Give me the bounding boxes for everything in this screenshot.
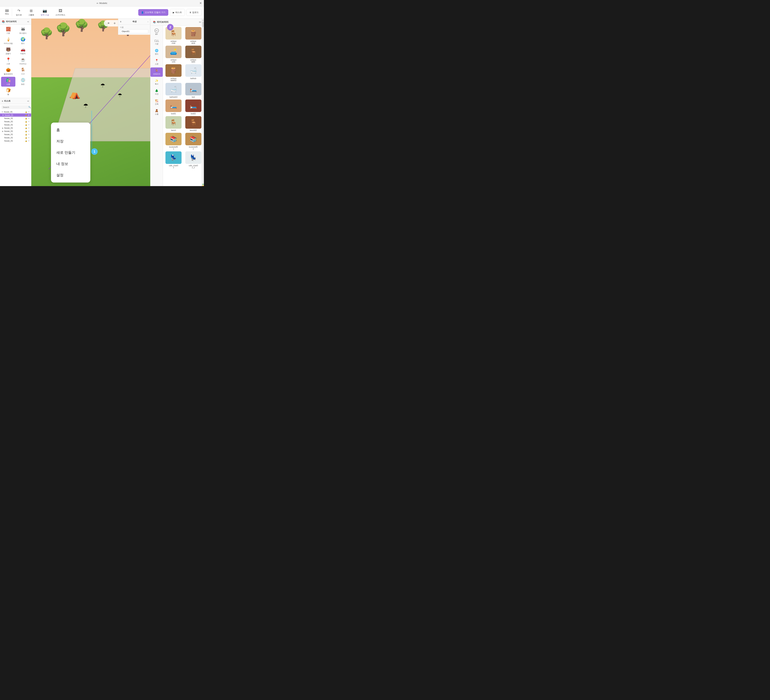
eye-icon-3[interactable]: 👁: [28, 117, 30, 119]
props-name-value[interactable]: Object01: [120, 29, 148, 33]
area-snap-button[interactable]: 📷 영역 스냅: [38, 8, 52, 17]
forward-button[interactable]: ↷ 앞으로: [13, 8, 24, 17]
lib-right-collapse[interactable]: ≫: [199, 21, 201, 23]
lib-cat-spawn[interactable]: 📍 스폰: [150, 57, 163, 67]
lib-cat-basic[interactable]: ◻△ 기본: [150, 37, 163, 47]
lock-icon-3[interactable]: 🔒: [25, 117, 27, 119]
scroll-thumb[interactable]: [202, 22, 204, 27]
lib-cat-special[interactable]: ✨ 특수: [150, 78, 163, 87]
lib-item-antique-table[interactable]: 🪑 antiquetable: [184, 45, 203, 63]
search-input[interactable]: [3, 106, 28, 108]
right-scrollbar[interactable]: ▲: [202, 19, 204, 186]
category-launcher[interactable]: 🦝 랫서팬더: [16, 26, 30, 36]
lib-cat-nature[interactable]: 🌲 자연: [150, 88, 163, 97]
lock-icon[interactable]: 🔒: [25, 111, 27, 113]
list-item[interactable]: house_01 🔒 👁: [0, 139, 31, 143]
lib-cat-souvenir2[interactable]: 🧸 소품: [150, 107, 163, 117]
list-item[interactable]: house_01 🔒 👁: [0, 120, 31, 123]
tree-item-root[interactable]: ▼ house_01 🔒 👁: [0, 110, 31, 113]
vp-move-button[interactable]: ✛: [112, 21, 117, 26]
lib-item-cafe-chair02[interactable]: 💺 cafe_chair02: [164, 151, 183, 169]
eye-icon-6[interactable]: 👁: [28, 127, 30, 129]
eye-icon-10[interactable]: 👁: [28, 140, 30, 142]
category-bear[interactable]: 🐻 곰돌이: [1, 46, 15, 56]
lock-icon-10[interactable]: 🔒: [25, 140, 27, 142]
list-item[interactable]: ▶ house_01 🔒 👁: [0, 126, 31, 130]
test-button[interactable]: ▶ 테스트: [170, 9, 185, 16]
tree-1: 🌳: [40, 27, 53, 40]
menu-item-save[interactable]: 저장: [51, 136, 90, 147]
lib-item-antique-desk[interactable]: 🪵 antiquedesk: [184, 27, 203, 44]
category-bread[interactable]: 🍞 빵: [1, 87, 15, 97]
category-furniture[interactable]: 🪑 가구: [16, 66, 30, 76]
lib-cat-land[interactable]: 🌐 랜드: [150, 47, 163, 57]
eye-icon-2[interactable]: 👁: [28, 114, 30, 116]
lib-item-antique-chair[interactable]: 🪑 antiquechair: [164, 27, 183, 44]
menu-item-new[interactable]: 새로 만들기: [51, 147, 90, 158]
my-icon: MY: [155, 28, 159, 33]
tree-item-selected[interactable]: ▼ house_01 🔒 👁: [0, 113, 31, 117]
lock-icon-9[interactable]: 🔒: [25, 137, 27, 139]
list-item[interactable]: house_01 🔒 👁: [0, 123, 31, 126]
category-coffee[interactable]: ☕ 커피머신: [16, 57, 30, 66]
vp-eye-button[interactable]: 👁: [106, 21, 111, 26]
eye-icon-5[interactable]: 👁: [28, 124, 30, 126]
category-land[interactable]: 🌍 랜드: [16, 36, 30, 46]
create-object-button[interactable]: 👤 오브젝트 만들러 가기: [138, 9, 168, 16]
menu-item-home[interactable]: 홈: [51, 124, 90, 136]
lib-right-title: 라이브러리: [157, 20, 168, 24]
category-halloween[interactable]: 🎃 할로윈호박: [1, 66, 15, 76]
hamburger-line-2: [5, 11, 9, 11]
group-button[interactable]: ⊞ 그룹화: [26, 8, 37, 17]
lib-cat-interior[interactable]: 🪑 인테리어: [150, 68, 163, 77]
menu-button[interactable]: 메뉴: [2, 8, 12, 16]
list-item[interactable]: house_01 🔒 👁: [0, 136, 31, 139]
library-collapse-btn[interactable]: ≪: [27, 20, 29, 23]
lib-item-bed01[interactable]: 🛏️ bed01: [164, 99, 183, 115]
menu-item-settings[interactable]: 설정: [51, 169, 90, 181]
eye-icon[interactable]: 👁: [28, 111, 30, 113]
category-spawn[interactable]: 📍 스폰: [1, 57, 15, 66]
upload-button[interactable]: ⬆ 업로드: [186, 9, 202, 16]
lib-item-bed02[interactable]: 🛏️ bed02: [184, 99, 203, 115]
lib-item-bookshelf02[interactable]: 📚 bookshelf02: [184, 133, 203, 150]
lib-item-bed[interactable]: 🛏️ bed: [184, 83, 203, 98]
lock-icon-4[interactable]: 🔒: [25, 121, 27, 123]
list-item[interactable]: house_01 🔒 👁: [0, 133, 31, 136]
skybox-button[interactable]: 🖼 스카이박스: [53, 8, 68, 17]
lib-cat-my[interactable]: MY MY: [150, 27, 163, 37]
lock-icon-8[interactable]: 🔒: [25, 133, 27, 136]
lib-item-bathtub02[interactable]: 🛁 bathtub02: [164, 83, 183, 98]
lock-icon-2[interactable]: 🔒: [25, 114, 27, 116]
close-button[interactable]: ✕: [199, 2, 202, 5]
lib-item-cafe-chair02-2[interactable]: 💺 cafe_chair02_2: [184, 151, 203, 169]
category-souvenir[interactable]: 🛍️ 소품: [1, 77, 15, 87]
list-item[interactable]: house_01 🔒 👁: [0, 117, 31, 120]
eye-icon-4[interactable]: 👁: [28, 121, 30, 123]
lib-item-bench[interactable]: 🪑 bench: [164, 116, 183, 131]
lock-icon-5[interactable]: 🔒: [25, 124, 27, 126]
lock-icon-6[interactable]: 🔒: [25, 127, 27, 129]
menu-item-profile[interactable]: 내 정보: [51, 158, 90, 169]
lib-cat-architecture[interactable]: 🏗️ 건축: [150, 97, 163, 107]
eye-icon-9[interactable]: 👁: [28, 137, 30, 139]
category-car[interactable]: 🚗 자동차: [16, 46, 30, 56]
props-expand[interactable]: ›: [147, 21, 148, 23]
list-item[interactable]: ▶ house_01 🔒 👁: [0, 130, 31, 133]
eye-icon-8[interactable]: 👁: [28, 133, 30, 136]
lib-item-bench02[interactable]: 🪑 bench02: [184, 116, 203, 131]
lib-item-antique-sofa[interactable]: 🛋️ antiquesofa: [164, 45, 183, 63]
category-ice-cream[interactable]: 🍦 아이스크림: [1, 36, 15, 46]
scroll-up-icon[interactable]: ▲: [202, 19, 204, 21]
halloween-label: 할로윈호박: [4, 73, 13, 75]
lib-item-bookshelf01[interactable]: 📚 bookshelf01: [164, 133, 183, 150]
lib-item-bathtub[interactable]: 🛁 bathtub: [184, 64, 203, 81]
search-box[interactable]: 🔍: [2, 105, 30, 109]
lib-item-antique-table02[interactable]: 🪵 antiquetable02: [164, 64, 183, 81]
lock-icon-7[interactable]: 🔒: [25, 130, 27, 132]
eye-icon-7[interactable]: 👁: [28, 130, 30, 132]
list-collapse-btn[interactable]: ≪: [27, 100, 29, 102]
category-lp[interactable]: 💿 lp판: [16, 77, 30, 87]
forward-icon: ↷: [17, 8, 20, 13]
category-basic[interactable]: 🧱 기본: [1, 26, 15, 36]
